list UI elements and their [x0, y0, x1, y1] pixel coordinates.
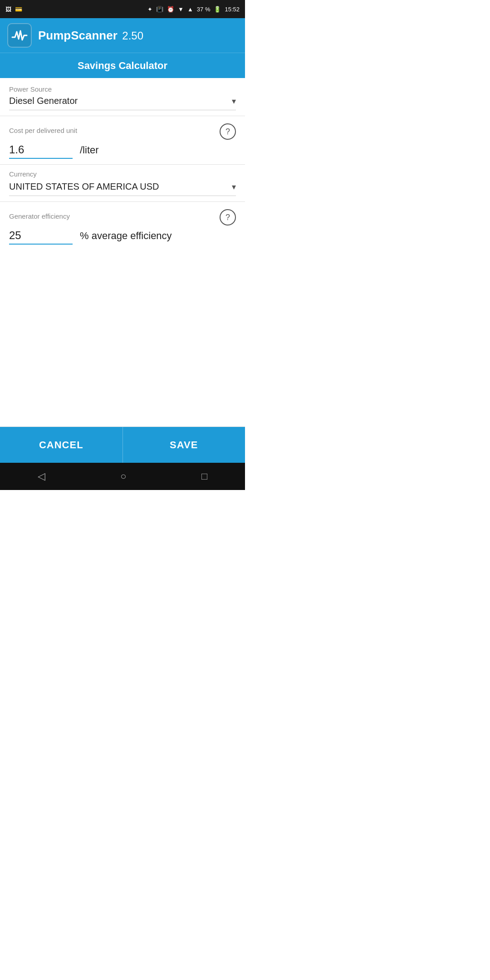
efficiency-header-row: Generator efficiency ?: [9, 209, 236, 225]
battery-percent: 37 %: [197, 6, 211, 13]
image-icon: 🖼: [5, 6, 11, 13]
card-icon: 💳: [15, 6, 22, 13]
currency-value: UNITED STATES OF AMERICA USD: [9, 181, 228, 192]
efficiency-help-icon[interactable]: ?: [220, 209, 236, 225]
signal-icon: ▲: [187, 6, 193, 13]
home-icon[interactable]: ○: [120, 470, 126, 482]
cost-section: Cost per delivered unit ? /liter: [0, 116, 245, 165]
cost-help-icon[interactable]: ?: [220, 123, 236, 140]
app-header: PumpScanner 2.50: [0, 18, 245, 53]
currency-dropdown[interactable]: UNITED STATES OF AMERICA USD ▾: [9, 181, 236, 196]
app-name-container: PumpScanner 2.50: [38, 29, 143, 43]
alarm-icon: ⏰: [167, 6, 174, 13]
page-title: Savings Calculator: [78, 60, 167, 72]
cost-input[interactable]: [9, 143, 73, 159]
efficiency-input[interactable]: [9, 229, 73, 245]
power-source-label: Power Source: [9, 85, 236, 93]
status-right-icons: ✦ 📳 ⏰ ▼ ▲ 37 % 🔋 15:52: [147, 6, 240, 13]
currency-label: Currency: [9, 170, 236, 178]
status-left-icons: 🖼 💳: [5, 6, 22, 13]
cost-header-row: Cost per delivered unit ?: [9, 123, 236, 140]
cancel-button[interactable]: CANCEL: [0, 427, 123, 463]
cost-label: Cost per delivered unit: [9, 127, 77, 134]
power-source-chevron-down-icon: ▾: [232, 96, 236, 106]
back-icon[interactable]: ◁: [38, 470, 45, 482]
cost-input-row: /liter: [9, 143, 236, 159]
power-source-value: Diesel Generator: [9, 96, 228, 106]
efficiency-input-row: % average efficiency: [9, 229, 236, 245]
app-name: PumpScanner: [38, 29, 118, 42]
power-source-section: Power Source Diesel Generator ▾: [0, 78, 245, 116]
cost-unit-label: /liter: [80, 144, 99, 156]
wifi-icon: ▼: [178, 6, 184, 13]
bluetooth-icon: ✦: [147, 6, 152, 13]
status-bar: 🖼 💳 ✦ 📳 ⏰ ▼ ▲ 37 % 🔋 15:52: [0, 0, 245, 18]
app-version: 2.50: [122, 29, 143, 42]
battery-icon: 🔋: [214, 6, 221, 13]
nav-bar: ◁ ○ □: [0, 463, 245, 490]
efficiency-label: Generator efficiency: [9, 212, 70, 220]
currency-chevron-down-icon: ▾: [232, 182, 236, 192]
content-area: Power Source Diesel Generator ▾ Cost per…: [0, 78, 245, 426]
power-source-dropdown[interactable]: Diesel Generator ▾: [9, 96, 236, 110]
efficiency-section: Generator efficiency ? % average efficie…: [0, 202, 245, 250]
efficiency-unit-label: % average efficiency: [80, 230, 172, 242]
save-button[interactable]: SAVE: [123, 427, 245, 463]
vibrate-icon: 📳: [156, 6, 163, 13]
currency-section: Currency UNITED STATES OF AMERICA USD ▾: [0, 165, 245, 202]
recents-icon[interactable]: □: [201, 470, 207, 482]
page-title-bar: Savings Calculator: [0, 53, 245, 78]
clock: 15:52: [225, 6, 240, 13]
app-logo: [7, 23, 32, 48]
bottom-buttons: CANCEL SAVE: [0, 426, 245, 463]
